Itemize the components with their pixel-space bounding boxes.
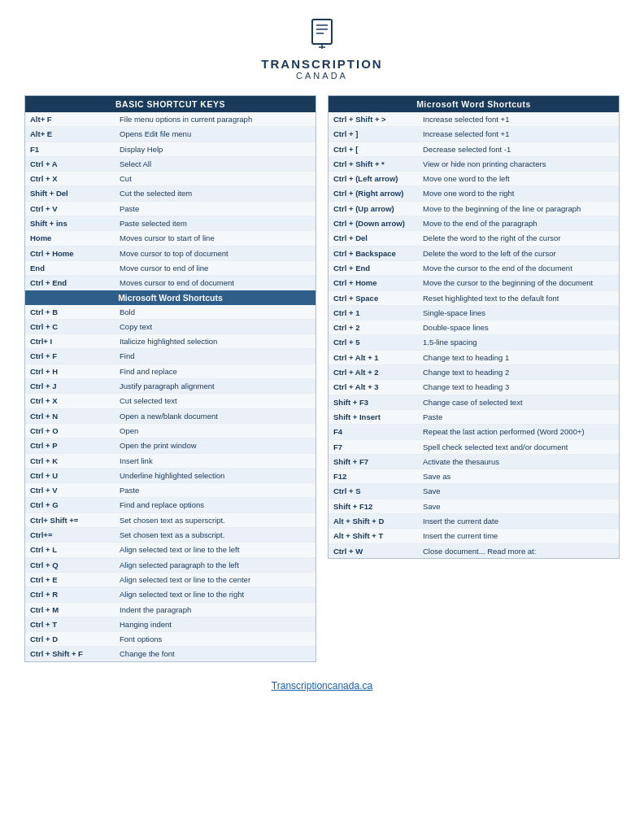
key-cell: Shift + F12 [333, 501, 423, 512]
desc-cell: Set chosen text as a subscript. [120, 530, 311, 540]
desc-cell: Save [423, 501, 614, 512]
desc-cell: Display Help [120, 144, 311, 155]
key-cell: Ctrl + Home [333, 277, 423, 288]
desc-cell: Italicize highlighted selection [120, 336, 311, 347]
key-cell: Ctrl + Shift + > [333, 114, 423, 124]
desc-cell: Insert link [120, 456, 311, 466]
desc-cell: File menu options in current paragraph [120, 114, 311, 124]
table-row: Ctrl + XCut [25, 172, 315, 186]
table-row: Ctrl + DelDelete the word to the right o… [329, 231, 619, 246]
desc-cell: Paste [120, 485, 311, 495]
table-row: F7Spell check selected text and/or docum… [329, 440, 619, 455]
key-cell: Ctrl+ Shift += [30, 515, 120, 526]
key-cell: Ctrl + D [30, 634, 120, 644]
key-cell: Ctrl + End [333, 263, 423, 273]
desc-cell: Single-space lines [423, 307, 614, 318]
table-row: Shift + F3Change case of selected text [329, 395, 619, 410]
desc-cell: Reset highlighted text to the default fo… [423, 293, 614, 303]
table-row: Ctrl + DFont options [25, 632, 315, 647]
key-cell: Ctrl + Home [30, 248, 120, 259]
table-row: Ctrl + RAlign selected text or line to t… [25, 587, 315, 602]
desc-cell: Increase selected font +1 [423, 129, 614, 139]
key-cell: Ctrl + 5 [333, 337, 423, 347]
table-row: Shift + insPaste selected item [25, 216, 315, 231]
key-cell: F1 [30, 144, 120, 155]
table-row: Ctrl + (Down arrow)Move to the end of th… [329, 216, 619, 231]
table-row: Alt+ FFile menu options in current parag… [25, 112, 315, 127]
desc-cell: Change case of selected text [423, 397, 614, 408]
desc-cell: Save [423, 486, 614, 496]
table-row: Ctrl + 51.5-line spacing [329, 335, 619, 350]
desc-cell: Moves cursor to end of document [120, 277, 311, 288]
key-cell: Ctrl + Shift + * [333, 159, 423, 169]
desc-cell: Paste [423, 412, 614, 422]
desc-cell: Justify paragraph alignment [120, 381, 311, 391]
desc-cell: Move to the beginning of the line or par… [423, 203, 614, 214]
table-row: Ctrl + 1Single-space lines [329, 306, 619, 321]
table-row: Ctrl + VPaste [25, 202, 315, 216]
table-row: Ctrl+=Set chosen text as a subscript. [25, 528, 315, 543]
footer-link[interactable]: Transcriptioncanada.ca [272, 680, 372, 691]
desc-cell: Change text to heading 2 [423, 367, 614, 377]
desc-cell: Increase selected font +1 [423, 114, 614, 124]
table-row: Ctrl + (Up arrow)Move to the beginning o… [329, 202, 619, 216]
right-table: Microsoft Word Shortcuts Ctrl + Shift + … [328, 95, 620, 559]
footer[interactable]: Transcriptioncanada.ca [24, 680, 620, 691]
desc-cell: Align selected text or line to the cente… [120, 574, 311, 585]
key-cell: Ctrl + ] [333, 129, 423, 139]
key-cell: Ctrl + N [30, 411, 120, 421]
key-cell: Ctrl + K [30, 456, 120, 466]
table-row: Ctrl + HFind and replace [25, 364, 315, 379]
desc-cell: Paste [120, 203, 311, 214]
key-cell: Ctrl + (Up arrow) [333, 203, 423, 214]
key-cell: Ctrl + Alt + 1 [333, 352, 423, 363]
key-cell: Ctrl + E [30, 574, 120, 585]
table-row: Ctrl + ]Increase selected font +1 [329, 127, 619, 142]
desc-cell: Change the font [120, 648, 311, 659]
svg-rect-0 [312, 20, 332, 44]
desc-cell: Align selected paragraph to the left [120, 560, 311, 570]
key-cell: Ctrl + X [30, 173, 120, 184]
table-row: Ctrl + QAlign selected paragraph to the … [25, 558, 315, 573]
desc-cell: Opens Edit file menu [120, 129, 311, 139]
desc-cell: Decrease selected font -1 [423, 144, 614, 155]
key-cell: Home [30, 233, 120, 243]
table-row: Ctrl + BackspaceDelete the word to the l… [329, 246, 619, 261]
desc-cell: Move one word to the left [423, 173, 614, 184]
table-row: Ctrl + XCut selected text [25, 394, 315, 408]
table-row: Ctrl + WClose document... Read more at: [329, 544, 619, 558]
tables-row: BASIC SHORTCUT KEYS Alt+ FFile menu opti… [24, 95, 620, 662]
key-cell: Ctrl + (Right arrow) [333, 188, 423, 198]
key-cell: Ctrl + (Left arrow) [333, 173, 423, 184]
table-row: Ctrl + OOpen [25, 424, 315, 438]
table-row: Ctrl + (Left arrow)Move one word to the … [329, 172, 619, 186]
key-cell: Ctrl + Alt + 2 [333, 367, 423, 377]
key-cell: Ctrl + F [30, 351, 120, 361]
key-cell: Ctrl + G [30, 499, 120, 510]
key-cell: Ctrl + H [30, 366, 120, 377]
desc-cell: Move to the end of the paragraph [423, 218, 614, 229]
key-cell: Ctrl + C [30, 321, 120, 332]
desc-cell: Indent the paragraph [120, 604, 311, 615]
table-row: Shift + InsertPaste [329, 410, 619, 425]
desc-cell: Font options [120, 634, 311, 644]
table-row: Ctrl + EndMove the cursor to the end of … [329, 261, 619, 276]
desc-cell: Bold [120, 307, 311, 317]
desc-cell: Change text to heading 3 [423, 382, 614, 392]
logo-icon [24, 16, 620, 52]
key-cell: Ctrl + M [30, 604, 120, 615]
table-row: Ctrl + Alt + 2Change text to heading 2 [329, 365, 619, 380]
key-cell: Ctrl + J [30, 381, 120, 391]
desc-cell: Underline highlighted selection [120, 470, 311, 481]
table-row: Ctrl + HomeMove cursor to top of documen… [25, 246, 315, 261]
desc-cell: Double-space lines [423, 322, 614, 333]
key-cell: Alt + Shift + T [333, 530, 423, 541]
key-cell: Shift + F3 [333, 397, 423, 408]
key-cell: Shift + Insert [333, 412, 423, 422]
desc-cell: Delete the word to the right of the curs… [423, 233, 614, 243]
key-cell: Ctrl + Shift + F [30, 648, 120, 659]
desc-cell: Insert the current time [423, 530, 614, 541]
right-rows: Ctrl + Shift + >Increase selected font +… [329, 112, 619, 558]
key-cell: Ctrl+= [30, 530, 120, 540]
desc-cell: Open [120, 425, 311, 436]
